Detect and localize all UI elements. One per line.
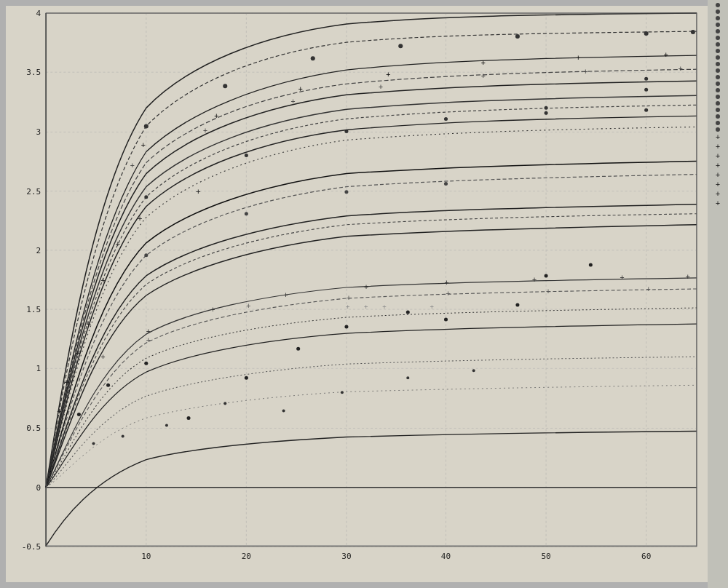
svg-text:3: 3	[36, 127, 41, 137]
legend-dot-8	[716, 49, 720, 53]
svg-point-36	[144, 124, 149, 128]
svg-text:0.5: 0.5	[26, 424, 41, 433]
svg-point-99	[165, 424, 168, 426]
svg-point-61	[545, 111, 548, 115]
svg-text:+: +	[546, 287, 550, 295]
svg-point-38	[311, 56, 315, 60]
svg-text:+: +	[141, 142, 146, 150]
legend-plus-8: +	[716, 200, 720, 207]
svg-point-66	[444, 182, 448, 186]
svg-text:+: +	[364, 283, 368, 291]
svg-text:+: +	[57, 407, 62, 416]
legend-dot-9	[716, 55, 720, 60]
svg-text:40: 40	[441, 552, 451, 561]
svg-text:+: +	[646, 285, 651, 293]
legend-dot-13	[716, 82, 720, 86]
legend-dot-1	[716, 3, 720, 7]
svg-point-102	[341, 391, 344, 394]
legend-dot-17	[716, 108, 720, 112]
svg-text:1.5: 1.5	[26, 305, 41, 314]
svg-text:+: +	[130, 162, 135, 170]
svg-text:+: +	[347, 294, 351, 302]
legend-dot-7	[716, 42, 720, 47]
svg-point-100	[223, 402, 226, 405]
svg-text:4: 4	[36, 9, 41, 18]
svg-text:+: +	[346, 303, 350, 311]
svg-point-41	[644, 31, 649, 36]
svg-point-90	[444, 318, 448, 322]
svg-text:2.5: 2.5	[26, 187, 41, 196]
svg-point-42	[691, 30, 695, 34]
legend-plus-6: +	[716, 181, 720, 188]
svg-text:+: +	[146, 327, 151, 335]
legend-dot-14	[716, 88, 720, 92]
svg-point-57	[144, 195, 148, 199]
legend-dot-6	[716, 36, 720, 40]
svg-text:10: 10	[141, 552, 151, 561]
svg-point-60	[444, 117, 448, 121]
svg-text:+: +	[364, 303, 368, 311]
svg-text:+: +	[101, 353, 106, 361]
svg-text:+: +	[246, 302, 250, 310]
svg-text:+: +	[576, 54, 580, 62]
svg-text:0: 0	[36, 483, 41, 493]
svg-text:+: +	[196, 187, 201, 196]
svg-point-104	[472, 369, 475, 372]
svg-point-92	[545, 274, 548, 277]
svg-text:+: +	[210, 306, 215, 314]
svg-text:+: +	[446, 290, 451, 298]
legend-plus-1: +	[716, 134, 720, 141]
svg-text:-0.5: -0.5	[22, 542, 41, 552]
svg-point-37	[223, 84, 227, 88]
svg-text:+: +	[532, 276, 537, 284]
legend-dot-3	[716, 16, 720, 20]
svg-text:+: +	[86, 319, 91, 329]
svg-text:+: +	[583, 68, 587, 76]
svg-text:+: +	[430, 303, 434, 311]
svg-point-82	[77, 413, 81, 416]
svg-point-39	[398, 44, 403, 48]
legend-plus-7: +	[716, 191, 720, 198]
svg-text:+: +	[620, 274, 625, 282]
svg-point-96	[545, 106, 548, 110]
svg-point-88	[344, 325, 348, 329]
svg-point-65	[344, 190, 348, 194]
svg-point-103	[406, 376, 409, 379]
svg-point-98	[122, 434, 124, 437]
svg-text:+: +	[445, 279, 449, 287]
legend-dot-20	[716, 127, 720, 132]
svg-text:+: +	[146, 336, 151, 344]
chart-container: IPC RRF_size IPC_RRF dependency of the w…	[6, 6, 708, 582]
right-panel: + + + + + + + +	[708, 0, 728, 588]
svg-text:+: +	[379, 83, 383, 91]
svg-point-93	[589, 263, 593, 266]
svg-text:+: +	[101, 276, 106, 285]
svg-point-84	[144, 362, 148, 365]
svg-point-64	[245, 212, 248, 215]
legend-dot-19	[716, 121, 720, 125]
legend-plus-4: +	[716, 162, 720, 170]
legend-plus-5: +	[716, 172, 720, 179]
svg-text:+: +	[75, 349, 80, 358]
legend-dot-4	[716, 23, 720, 27]
legend-dot-15	[716, 95, 720, 99]
legend-plus-3: +	[716, 153, 720, 160]
svg-text:+: +	[678, 65, 683, 73]
app-window: IPC RRF_size IPC_RRF dependency of the w…	[0, 0, 728, 588]
svg-point-95	[644, 88, 648, 92]
chart-svg: 4 3.5 3 2.5 2 1.5 1 0.5 0 -0.5 10 20 30 …	[6, 6, 708, 582]
svg-point-97	[92, 442, 95, 445]
svg-text:+: +	[382, 303, 387, 311]
svg-point-94	[644, 77, 648, 81]
svg-text:+: +	[481, 59, 486, 67]
legend-dot-18	[716, 114, 720, 119]
legend-dot-12	[716, 75, 720, 79]
svg-point-87	[296, 347, 300, 351]
svg-text:+: +	[664, 51, 668, 59]
svg-point-58	[245, 154, 248, 157]
svg-point-63	[144, 253, 148, 257]
svg-text:+: +	[481, 72, 486, 80]
legend-dot-11	[716, 68, 720, 73]
svg-text:60: 60	[641, 552, 651, 561]
legend-dot-5	[716, 29, 720, 33]
